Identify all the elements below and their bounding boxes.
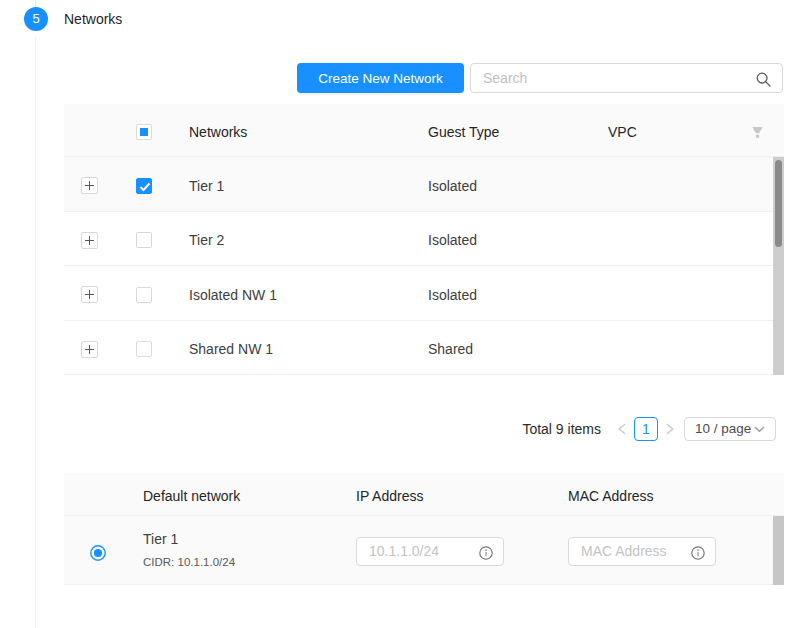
column-header-guest-type: Guest Type [412, 124, 592, 140]
network-name: Tier 1 [173, 178, 412, 194]
mac-address-input[interactable] [581, 538, 686, 565]
default-network-name: Tier 1 [143, 532, 340, 547]
page-size-value: 10 / page [695, 421, 751, 436]
networks-step-page: 5 Networks Create New Network Networks G… [0, 0, 805, 628]
default-network-radio[interactable] [89, 544, 107, 562]
network-row-tier1[interactable]: Tier 1 Isolated [64, 157, 784, 212]
network-name: Tier 2 [173, 232, 412, 248]
check-icon [139, 182, 151, 192]
default-network-name-cell: Tier 1 CIDR: 10.1.1.0/24 [127, 532, 340, 568]
column-header-default-network: Default network [127, 488, 340, 504]
expand-row-button[interactable] [81, 286, 98, 303]
step-connector-top [35, 0, 36, 6]
row-checkbox[interactable] [136, 178, 152, 194]
pagination-total: Total 9 items [522, 416, 601, 442]
network-guest-type: Isolated [412, 178, 592, 194]
pagination-prev-button[interactable] [610, 417, 634, 441]
network-row-isolated-nw-1[interactable]: Isolated NW 1 Isolated [64, 266, 784, 321]
info-circle-icon [691, 546, 705, 560]
mac-address-input-box[interactable] [568, 537, 716, 566]
networks-table-body: Tier 1 Isolated Tier 2 Isolated Isolated… [64, 157, 784, 375]
network-guest-type: Shared [412, 341, 592, 357]
info-circle-icon [479, 546, 493, 560]
network-name: Shared NW 1 [173, 341, 412, 357]
default-network-cidr: CIDR: 10.1.1.0/24 [143, 556, 340, 568]
step-number: 5 [32, 11, 39, 26]
mac-address-cell [552, 536, 773, 565]
ip-address-input[interactable] [369, 538, 474, 565]
chevron-left-icon [617, 423, 627, 435]
column-header-networks: Networks [173, 124, 412, 140]
table-scrollbar[interactable] [773, 516, 784, 585]
step-indicator: 5 [24, 7, 48, 31]
expand-row-button[interactable] [81, 341, 98, 358]
column-header-vpc: VPC [592, 124, 742, 140]
networks-table-header: Networks Guest Type VPC [64, 104, 784, 157]
row-checkbox[interactable] [136, 232, 152, 248]
step-title: Networks [64, 7, 122, 31]
chevron-down-icon [754, 426, 765, 433]
network-guest-type: Isolated [412, 287, 592, 303]
networks-table: Networks Guest Type VPC Tier 1 Isolated [64, 104, 784, 375]
select-all-checkbox[interactable] [136, 124, 152, 140]
search-input[interactable] [483, 64, 753, 92]
expand-row-button[interactable] [81, 232, 98, 249]
column-header-mac-address: MAC Address [552, 488, 773, 504]
filter-column-header [742, 126, 773, 137]
chevron-right-icon [665, 423, 675, 435]
network-name: Isolated NW 1 [173, 287, 412, 303]
ip-address-cell [340, 536, 552, 565]
pagination: Total 9 items 1 10 / page [64, 416, 784, 442]
create-new-network-button[interactable]: Create New Network [297, 63, 464, 93]
scrollbar-thumb[interactable] [775, 160, 782, 247]
pagination-page-1[interactable]: 1 [634, 417, 658, 441]
network-row-shared-nw-1[interactable]: Shared NW 1 Shared [64, 321, 784, 376]
default-network-table-header: Default network IP Address MAC Address [64, 473, 784, 516]
table-scrollbar[interactable] [773, 157, 784, 375]
ip-address-input-box[interactable] [356, 537, 504, 566]
search-icon [756, 72, 771, 87]
row-checkbox[interactable] [136, 341, 152, 357]
expand-row-button[interactable] [81, 177, 98, 194]
filter-icon[interactable] [752, 127, 763, 138]
network-guest-type: Isolated [412, 232, 592, 248]
default-network-row-tier1[interactable]: Tier 1 CIDR: 10.1.1.0/24 [64, 516, 784, 585]
pagination-next-button[interactable] [658, 417, 682, 441]
network-row-tier2[interactable]: Tier 2 Isolated [64, 212, 784, 267]
column-header-ip-address: IP Address [340, 488, 552, 504]
search-box[interactable] [470, 63, 783, 93]
step-connector-line [35, 37, 36, 628]
radio-checked-icon [89, 544, 107, 562]
default-network-table: Default network IP Address MAC Address T… [64, 473, 784, 585]
page-size-select[interactable]: 10 / page [684, 417, 776, 441]
row-checkbox[interactable] [136, 287, 152, 303]
